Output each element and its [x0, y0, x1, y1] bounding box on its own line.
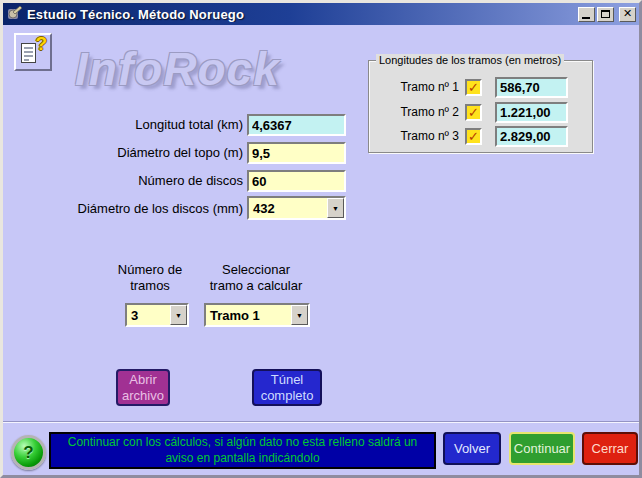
diametro-discos-combo[interactable]: 432 ▼ — [247, 196, 346, 220]
tramos-group-title: Longitudes de los tramos (en metros) — [376, 54, 564, 66]
tramo-3-checkbox[interactable]: ✓ — [465, 128, 482, 145]
numero-tramos-value: 3 — [127, 308, 170, 323]
chevron-down-icon: ▼ — [175, 312, 182, 319]
window-title: Estudio Técnico. Método Noruego — [27, 7, 578, 22]
tramo-1-label: Tramo nº 1 — [375, 77, 459, 98]
question-mark-icon: ? — [35, 33, 47, 55]
seleccionar-tramo-label: Seleccionar tramo a calcular — [190, 262, 322, 295]
tramo-3-length-input[interactable] — [495, 126, 568, 147]
numero-tramos-label: Número de tramos — [102, 262, 198, 295]
dropdown-button[interactable]: ▼ — [170, 305, 187, 325]
app-icon — [7, 6, 23, 22]
maximize-icon — [601, 10, 610, 18]
tramo-1-checkbox[interactable]: ✓ — [465, 79, 482, 96]
diametro-discos-label: Diámetro de los discos (mm) — [20, 198, 243, 220]
help-doc-icon: ? — [21, 39, 45, 65]
longitud-total-input[interactable] — [247, 114, 346, 136]
tramo-2-label: Tramo nº 2 — [375, 102, 459, 123]
tramos-groupbox: Longitudes de los tramos (en metros) Tra… — [368, 60, 593, 153]
chevron-down-icon: ▼ — [296, 312, 303, 319]
check-icon: ✓ — [468, 80, 479, 95]
doc-page-shape — [21, 43, 36, 63]
client-area: ? InfoRock Longitudes de los tramos (en … — [3, 25, 639, 475]
seleccionar-tramo-combo[interactable]: Tramo 1 ▼ — [204, 303, 310, 327]
continuar-button[interactable]: Continuar — [509, 432, 575, 465]
check-icon: ✓ — [468, 129, 479, 144]
status-message-panel: Continuar con los cálculos, si algún dat… — [49, 432, 436, 469]
numero-discos-label: Número de discos — [20, 170, 243, 192]
help-button[interactable]: ? — [14, 33, 52, 71]
help-circle-button[interactable]: ? — [11, 435, 46, 470]
check-icon: ✓ — [468, 105, 479, 120]
longitud-total-label: Longitud total (km) — [20, 114, 243, 136]
bottom-divider — [3, 421, 639, 423]
diametro-topo-input[interactable] — [247, 142, 346, 164]
numero-tramos-combo[interactable]: 3 ▼ — [125, 303, 189, 327]
cerrar-button[interactable]: Cerrar — [582, 432, 638, 465]
tramo-3-label: Tramo nº 3 — [375, 126, 459, 147]
status-message-text: Continuar con los cálculos, si algún dat… — [59, 435, 426, 466]
tramo-1-row: Tramo nº 1 ✓ — [369, 77, 592, 98]
tramo-2-length-input[interactable] — [495, 102, 568, 123]
tramo-2-checkbox[interactable]: ✓ — [465, 104, 482, 121]
diametro-discos-value: 432 — [249, 201, 327, 216]
chevron-down-icon: ▼ — [332, 205, 339, 212]
title-bar[interactable]: Estudio Técnico. Método Noruego ✕ — [3, 3, 639, 25]
app-window: Estudio Técnico. Método Noruego ✕ ? Info… — [0, 0, 642, 478]
tramo-2-row: Tramo nº 2 ✓ — [369, 102, 592, 123]
abrir-archivo-button[interactable]: Abrir archivo — [116, 369, 170, 406]
close-icon: ✕ — [623, 8, 632, 19]
maximize-button[interactable] — [597, 7, 614, 22]
close-button[interactable]: ✕ — [619, 7, 636, 22]
inforock-watermark: InfoRock — [75, 42, 280, 96]
tramo-3-row: Tramo nº 3 ✓ — [369, 126, 592, 147]
minimize-icon — [582, 17, 590, 19]
seleccionar-tramo-value: Tramo 1 — [206, 308, 291, 323]
volver-button[interactable]: Volver — [443, 432, 501, 465]
dropdown-button[interactable]: ▼ — [291, 305, 308, 325]
question-circle-icon: ? — [23, 443, 33, 463]
tunel-completo-button[interactable]: Túnel completo — [252, 369, 322, 406]
dropdown-button[interactable]: ▼ — [327, 198, 344, 218]
tramo-1-length-input[interactable] — [495, 77, 568, 98]
numero-discos-input[interactable] — [247, 170, 346, 192]
minimize-button[interactable] — [578, 7, 595, 22]
diametro-topo-label: Diámetro del topo (m) — [20, 142, 243, 164]
